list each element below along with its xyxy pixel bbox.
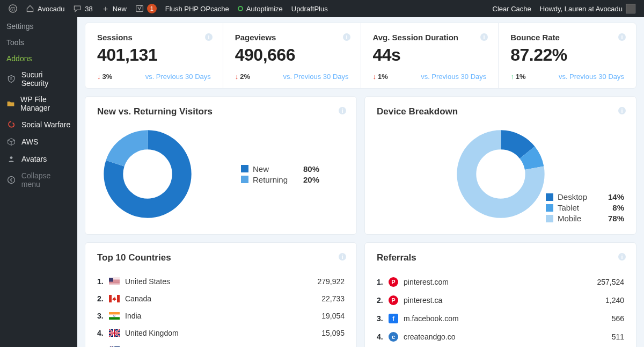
rank: 1. xyxy=(377,278,389,286)
sidebar-item-label: Addons xyxy=(6,54,32,63)
list-item: 5. Australia 8,751 xyxy=(97,342,345,347)
sidebar-item-label: Social Warfare xyxy=(21,120,70,129)
svg-rect-37 xyxy=(109,317,120,320)
count: 511 xyxy=(612,332,624,341)
legend-value: 8% xyxy=(601,203,624,212)
flag-icon xyxy=(109,329,120,337)
legend-item: New 80% xyxy=(241,164,319,174)
stat-value: 490,666 xyxy=(235,45,349,65)
info-icon[interactable]: i xyxy=(618,106,626,117)
sidebar-item[interactable]: Avatars xyxy=(0,150,77,168)
previous-period-link[interactable]: vs. Previous 30 Days xyxy=(559,73,624,81)
legend-name: New xyxy=(253,164,296,174)
yoast-badge: 1 xyxy=(147,4,157,13)
legend-name: Returning xyxy=(253,175,296,184)
info-icon[interactable]: i xyxy=(342,33,351,44)
rank: 3. xyxy=(377,314,389,323)
sidebar-item[interactable]: Social Warfare xyxy=(0,116,77,133)
site-link[interactable]: Avocadu xyxy=(21,0,69,17)
list-item: 1. P pinterest.com 257,524 xyxy=(377,273,624,291)
stat-card: Bounce Rate i 87.22% ↑ 1% vs. Previous 3… xyxy=(499,23,636,88)
device-donut xyxy=(456,129,546,219)
sidebar-item[interactable]: Addons xyxy=(0,50,77,67)
stat-card: Pageviews i 490,666 ↓ 2% vs. Previous 30… xyxy=(223,23,361,88)
comments-link[interactable]: 38 xyxy=(69,0,97,17)
panel-title: Device Breakdown xyxy=(365,97,636,127)
wp-logo[interactable] xyxy=(4,0,21,17)
info-icon[interactable]: i xyxy=(618,33,626,44)
svg-point-3 xyxy=(10,156,13,159)
svg-rect-34 xyxy=(117,295,120,302)
legend-swatch xyxy=(241,165,248,172)
legend-value: 14% xyxy=(601,192,624,201)
info-icon[interactable]: i xyxy=(338,106,347,117)
sidebar-item[interactable]: Settings xyxy=(0,18,77,34)
panel-title: Top 10 Countries xyxy=(85,243,356,273)
autoptimize-link[interactable]: Autoptimize xyxy=(233,0,287,17)
sidebar-item-label: Sucuri Security xyxy=(21,70,71,88)
info-icon[interactable]: i xyxy=(618,252,626,263)
panel-title: New vs. Returning Visitors xyxy=(85,97,356,127)
stat-delta: ↑ 1% xyxy=(510,73,525,81)
count: 1,240 xyxy=(605,296,624,305)
list-item: 2. P pinterest.ca 1,240 xyxy=(377,291,624,309)
info-icon[interactable]: i xyxy=(338,252,347,263)
updraft-link[interactable]: UpdraftPlus xyxy=(287,0,332,17)
previous-period-link[interactable]: vs. Previous 30 Days xyxy=(421,73,486,81)
yoast-link[interactable]: 1 xyxy=(131,0,161,17)
sidebar-item[interactable]: Collapse menu xyxy=(0,168,77,192)
legend-name: Tablet xyxy=(558,203,601,212)
legend-item: Returning 20% xyxy=(241,175,319,184)
list-item: 2. Canada 22,733 xyxy=(97,290,345,307)
svg-text:i: i xyxy=(621,254,623,260)
cube-icon xyxy=(6,137,16,147)
new-link[interactable]: ＋ New xyxy=(97,0,131,17)
panel-title: Referrals xyxy=(365,243,636,273)
arrow-up-icon: ↑ xyxy=(510,73,514,81)
info-icon[interactable]: i xyxy=(204,33,213,44)
site-name: Avocadu xyxy=(38,5,64,13)
wordpress-icon xyxy=(9,4,17,13)
previous-period-link[interactable]: vs. Previous 30 Days xyxy=(283,73,348,81)
referral-name: m.facebook.com xyxy=(404,314,612,323)
legend-value: 20% xyxy=(296,175,319,184)
svg-text:i: i xyxy=(346,34,347,40)
legend-swatch xyxy=(241,176,248,183)
sidebar-item[interactable]: WP File Manager xyxy=(0,91,77,116)
sidebar-item-label: Tools xyxy=(6,38,24,47)
sidebar-item[interactable]: SSucuri Security xyxy=(0,67,77,91)
legend-item: Tablet 8% xyxy=(546,203,624,212)
sidebar-item[interactable]: AWS xyxy=(0,133,77,150)
country-name: Canada xyxy=(125,294,321,303)
visitors-panel: New vs. Returning Visitors i New 80% Ret… xyxy=(85,96,357,235)
svg-rect-28 xyxy=(109,282,120,283)
rank: 4. xyxy=(97,329,109,337)
previous-period-link[interactable]: vs. Previous 30 Days xyxy=(145,73,211,81)
shield-icon: S xyxy=(6,74,16,84)
info-icon[interactable]: i xyxy=(480,33,488,44)
stat-value: 401,131 xyxy=(97,45,211,65)
flag-icon xyxy=(109,312,120,320)
avatar-icon xyxy=(626,4,635,13)
svg-rect-33 xyxy=(109,295,112,302)
stat-value: 87.22% xyxy=(510,45,624,65)
clear-cache-link[interactable]: Clear Cache xyxy=(488,0,536,17)
stat-title: Pageviews xyxy=(235,33,349,42)
pinterest-icon: P xyxy=(389,277,398,287)
legend-value: 78% xyxy=(601,214,624,223)
rank: 4. xyxy=(377,332,389,341)
stat-card: Sessions i 401,131 ↓ 3% vs. Previous 30 … xyxy=(85,23,223,88)
svg-text:S: S xyxy=(10,77,12,81)
account-link[interactable]: Howdy, Lauren at Avocadu xyxy=(536,0,640,17)
stat-delta: ↓ 1% xyxy=(373,73,388,81)
flush-link[interactable]: Flush PHP OPcache xyxy=(161,0,233,17)
sidebar-item[interactable]: Tools xyxy=(0,34,77,50)
pinterest-icon: P xyxy=(389,295,398,305)
list-item: 4. c createandgo.co 511 xyxy=(377,328,624,346)
country-name: India xyxy=(125,312,321,320)
comment-icon xyxy=(73,4,82,13)
svg-text:i: i xyxy=(208,34,209,40)
svg-text:i: i xyxy=(341,254,343,260)
list-item: 3. f m.facebook.com 566 xyxy=(377,309,624,328)
svg-text:i: i xyxy=(484,34,485,40)
